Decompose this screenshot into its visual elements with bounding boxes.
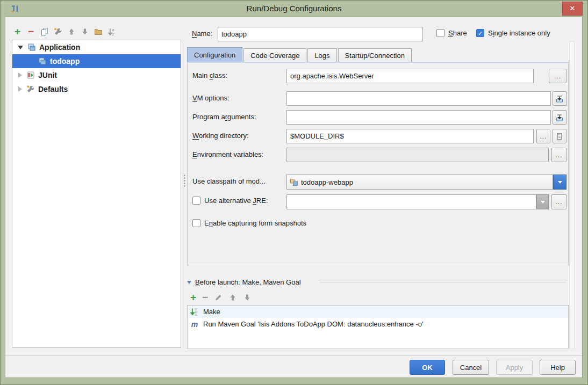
tree-item-label: Application [39,43,80,52]
environment-variables-input[interactable] [286,148,549,162]
tab-logs[interactable]: Logs [307,48,336,62]
copy-icon [40,27,49,36]
chevron-collapsed-icon[interactable] [18,86,22,92]
move-down-icon [81,27,89,36]
remove-task-button[interactable]: − [202,293,208,302]
share-checkbox[interactable] [436,29,444,37]
run-debug-configurations-dialog: Run/Debug Configurations ✕ + − [0,0,588,385]
move-up-button[interactable] [64,26,78,38]
footer-divider [5,355,582,356]
help-button[interactable]: Help [540,360,576,375]
remove-configuration-button[interactable]: − [24,26,38,38]
junit-icon [26,71,35,79]
single-instance-checkbox[interactable]: ✓ [476,29,484,37]
chevron-expanded-icon[interactable] [18,46,23,49]
chevron-collapsed-icon[interactable] [18,72,22,78]
alternative-jre-checkbox[interactable] [192,197,200,205]
tab-configuration[interactable]: Configuration [187,47,242,62]
move-task-down-button[interactable] [243,293,252,302]
paths-list-icon [555,132,564,141]
classpath-module-dropdown-button[interactable] [553,175,567,190]
copy-configuration-button[interactable] [38,26,51,38]
folder-icon [94,27,103,36]
dialog-content: + − [5,17,583,378]
collapse-triangle-icon[interactable] [187,281,191,284]
task-label: Run Maven Goal 'Isis Addons ToDoApp DOM:… [203,320,423,328]
task-row-make[interactable]: 01 10 01 Make [188,306,568,318]
edit-task-button[interactable] [214,293,223,302]
cancel-button[interactable]: Cancel [453,360,489,375]
configurations-tree: Application todoapp JUnit [12,40,181,348]
alternative-jre-input[interactable] [286,194,536,209]
maven-icon: m [190,320,199,329]
apply-button[interactable]: Apply [496,360,533,375]
program-arguments-expand-button[interactable] [553,110,567,125]
expand-field-icon [555,113,564,122]
program-arguments-input[interactable] [286,110,551,125]
add-configuration-button[interactable]: + [11,26,24,38]
panel-splitter[interactable] [182,40,187,348]
dropdown-arrow-icon [558,181,562,184]
main-class-browse-button[interactable]: ... [549,69,567,83]
move-task-up-button[interactable] [228,293,237,302]
tree-item-label: Defaults [38,85,68,93]
tree-item-defaults[interactable]: Defaults [12,82,181,96]
close-icon: ✕ [570,4,576,12]
alternative-jre-label: Use alternative JRE: [204,197,268,205]
titlebar[interactable]: Run/Debug Configurations ✕ [1,1,587,17]
application-icon [38,57,47,66]
tab-code-coverage[interactable]: Code Coverage [243,48,306,62]
create-folder-button[interactable] [91,26,105,38]
alternative-jre-browse-button[interactable]: ... [551,194,567,209]
configuration-tab-panel: Main class: org.apache.isis.WebServer ..… [187,62,569,265]
ok-button[interactable]: OK [410,360,445,375]
share-checkbox-row[interactable]: Share [436,29,467,37]
tree-item-junit[interactable]: JUnit [12,68,181,82]
compile-icon: 01 10 01 [190,308,199,316]
before-launch-label: Before launch: Make, Maven Goal [195,278,301,286]
vm-options-expand-button[interactable] [553,91,567,106]
wrench-icon [54,27,62,36]
form-snapshots-label: Enable capturing form snapshots [204,219,306,227]
single-instance-label: Single instance only [488,29,550,37]
svg-text:01: 01 [195,314,198,316]
name-input[interactable]: todoapp [218,27,423,41]
move-down-button[interactable] [78,26,91,38]
task-row-maven-goal[interactable]: m Run Maven Goal 'Isis Addons ToDoApp DO… [188,318,568,330]
tree-item-application[interactable]: Application [12,40,181,54]
program-arguments-label: Program arguments: [192,113,256,121]
name-label: Name: [192,30,212,38]
classpath-module-label: Use classpath of mod... [192,177,266,185]
before-launch-header[interactable]: Before launch: Make, Maven Goal [187,278,301,286]
tree-item-todoapp[interactable]: todoapp [12,54,181,68]
splitter-handle-icon [183,174,186,188]
classpath-module-combobox[interactable]: todoapp-webapp [286,175,553,190]
vm-options-label: VM options: [192,94,230,102]
before-launch-divider [319,282,567,282]
task-label: Make [203,308,220,316]
form-snapshots-checkbox[interactable] [192,219,200,227]
main-class-label: Main class: [192,71,227,79]
form-snapshots-checkbox-row[interactable]: Enable capturing form snapshots [192,219,306,227]
close-button[interactable]: ✕ [562,2,583,16]
dropdown-arrow-icon [541,201,545,204]
working-directory-label: Working directory: [192,132,249,140]
classpath-module-value: todoapp-webapp [301,178,353,186]
alternative-jre-checkbox-row[interactable]: Use alternative JRE: [192,197,268,205]
edit-defaults-button[interactable] [51,26,64,38]
environment-variables-browse-button[interactable]: ... [551,148,567,162]
main-class-input[interactable]: org.apache.isis.WebServer [286,69,534,83]
working-directory-browse-button[interactable]: ... [536,129,550,143]
add-icon: + [15,27,20,37]
vm-options-input[interactable] [286,91,551,106]
application-icon [27,43,36,52]
tab-startup-connection[interactable]: Startup/Connection [338,48,412,62]
sort-configurations-button[interactable]: a z [105,26,118,38]
add-task-button[interactable]: + [190,293,196,302]
single-instance-checkbox-row[interactable]: ✓ Single instance only [476,29,550,37]
sort-az-icon: a z [107,27,116,36]
vertical-scrollbar[interactable] [569,41,575,349]
alternative-jre-dropdown-button[interactable] [536,194,549,209]
working-directory-input[interactable]: $MODULE_DIR$ [286,129,534,143]
working-directory-macros-button[interactable] [553,129,567,143]
